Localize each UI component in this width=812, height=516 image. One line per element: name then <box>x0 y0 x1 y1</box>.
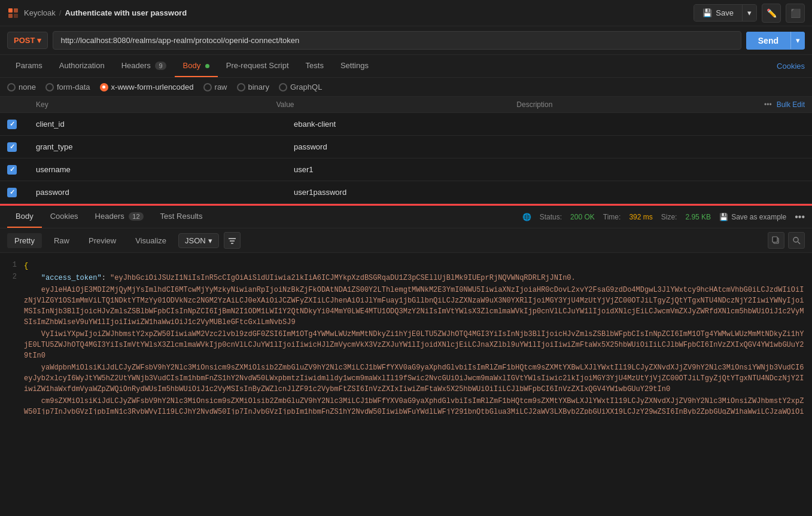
time-value: 392 ms <box>629 213 652 221</box>
value-client-id[interactable] <box>289 117 547 131</box>
tab-prerequest[interactable]: Pre-request Script <box>218 55 297 77</box>
send-dropdown-button[interactable]: ▾ <box>790 32 805 49</box>
radio-raw[interactable] <box>203 83 212 91</box>
response-tab-body[interactable]: Body <box>7 206 42 228</box>
option-formdata[interactable]: form-data <box>45 83 90 91</box>
tab-settings[interactable]: Settings <box>332 55 377 77</box>
json-format-select[interactable]: JSON ▾ <box>178 233 219 248</box>
save-example-label: Save as example <box>731 213 786 221</box>
more-options-icon[interactable]: ••• <box>764 100 772 109</box>
edit-icon-button[interactable]: ✏️ <box>762 4 781 23</box>
key-client-id[interactable] <box>31 117 289 131</box>
col-desc-header: Description <box>516 100 757 109</box>
col-actions-header: ••• Bulk Edit <box>757 100 805 109</box>
code-line: cm9sZXMiOlsiKiJdLCJyZWFsbV9hY2Nlc3MiOnsi… <box>0 395 812 414</box>
radio-graphql[interactable] <box>279 83 287 91</box>
response-headers-badge: 12 <box>129 212 143 221</box>
desc-client-id[interactable] <box>547 117 805 131</box>
svg-rect-1 <box>14 8 18 13</box>
body-dot <box>205 64 209 68</box>
radio-none[interactable] <box>7 83 16 91</box>
save-button[interactable]: 💾 Save <box>694 5 742 21</box>
code-viewer[interactable]: 1 { 2 "access_token": "eyJhbGciOiJSUzI1N… <box>0 253 812 414</box>
url-input[interactable] <box>53 31 741 50</box>
format-tab-pretty[interactable]: Pretty <box>7 233 42 248</box>
save-btn-group[interactable]: 💾 Save ▾ <box>694 4 757 22</box>
save-dropdown-button[interactable]: ▾ <box>742 5 756 21</box>
option-graphql[interactable]: GraphQL <box>279 83 322 91</box>
option-none[interactable]: none <box>7 83 36 91</box>
copy-icon-button[interactable] <box>768 232 784 249</box>
method-chevron: ▾ <box>37 36 41 45</box>
option-raw-label: raw <box>215 83 227 91</box>
breadcrumb-brand: Keycloak <box>24 8 56 17</box>
send-button[interactable]: Send <box>746 32 790 50</box>
option-binary[interactable]: binary <box>237 83 269 91</box>
response-tab-headers[interactable]: Headers 12 <box>87 206 152 228</box>
table-row <box>0 158 812 181</box>
value-grant-type[interactable] <box>289 140 547 154</box>
code-icon-button[interactable]: ⬛ <box>786 4 805 23</box>
key-password[interactable] <box>31 185 289 199</box>
desc-username[interactable] <box>547 163 805 176</box>
option-urlencoded[interactable]: x-www-form-urlencoded <box>100 83 194 91</box>
response-tab-cookies[interactable]: Cookies <box>42 206 87 228</box>
desc-grant-type[interactable] <box>547 140 805 154</box>
checkbox-grant-type[interactable] <box>7 142 17 152</box>
url-bar: POST ▾ Send ▾ <box>0 26 812 55</box>
tab-params[interactable]: Params <box>7 55 51 77</box>
radio-urlencoded[interactable] <box>100 83 108 91</box>
code-line: 2 "access_token": "eyJhbGciOiJSUzI1NiIsI… <box>0 272 812 284</box>
col-value-header: Value <box>276 100 517 109</box>
format-tab-raw[interactable]: Raw <box>47 233 77 248</box>
row4-check[interactable] <box>7 188 31 197</box>
breadcrumb-current: Authenticate with user password <box>65 8 187 17</box>
value-password[interactable] <box>289 185 547 199</box>
send-btn-group[interactable]: Send ▾ <box>746 32 805 50</box>
code-line: eyJleHAiOjE3MDI2MjQyMjYsImlhdCI6MTcwMjYy… <box>0 284 812 328</box>
key-username[interactable] <box>31 163 289 176</box>
row1-check[interactable] <box>7 120 31 129</box>
code-line: yaWdpbnMiOlsiKiJdLCJyZWFsbV9hY2Nlc3MiOns… <box>0 362 812 395</box>
size-label: Size: <box>661 213 677 221</box>
method-select[interactable]: POST ▾ <box>7 32 48 49</box>
format-tab-preview[interactable]: Preview <box>81 233 123 248</box>
format-tab-visualize[interactable]: Visualize <box>128 233 174 248</box>
bulk-edit-label[interactable]: Bulk Edit <box>777 100 805 109</box>
table-row <box>0 181 812 204</box>
tab-headers[interactable]: Headers 9 <box>113 55 175 77</box>
radio-formdata[interactable] <box>45 83 54 91</box>
line-number: 2 <box>0 273 24 281</box>
checkbox-client-id[interactable] <box>7 120 17 129</box>
response-tab-testresults[interactable]: Test Results <box>152 206 211 228</box>
tab-authorization[interactable]: Authorization <box>51 55 113 77</box>
top-bar-left: Keycloak / Authenticate with user passwo… <box>7 7 187 19</box>
option-formdata-label: form-data <box>57 83 90 91</box>
save-example-button[interactable]: 💾 Save as example <box>719 213 786 221</box>
search-icon-button[interactable] <box>788 232 805 249</box>
filter-icon-button[interactable] <box>224 232 241 249</box>
form-table <box>0 113 812 204</box>
response-more-button[interactable]: ••• <box>795 212 805 222</box>
desc-password[interactable] <box>547 185 805 199</box>
tab-tests[interactable]: Tests <box>297 55 332 77</box>
cookies-link[interactable]: Cookies <box>777 62 805 71</box>
row2-check[interactable] <box>7 142 31 152</box>
radio-binary[interactable] <box>237 83 245 91</box>
request-tabs-bar: Params Authorization Headers 9 Body Pre-… <box>0 55 812 78</box>
value-username[interactable] <box>289 163 547 176</box>
form-table-header: Key Value Description ••• Bulk Edit <box>0 97 812 113</box>
row3-check[interactable] <box>7 165 31 175</box>
response-format-bar: Pretty Raw Preview Visualize JSON ▾ <box>0 228 812 253</box>
checkbox-username[interactable] <box>7 165 17 175</box>
key-grant-type[interactable] <box>31 140 289 154</box>
line-content: cm9sZXMiOlsiKiJdLCJyZWFsbV9hY2Nlc3MiOnsi… <box>24 396 812 414</box>
tab-body[interactable]: Body <box>175 55 218 77</box>
line-content: eyJleHAiOjE3MDI2MjQyMjYsImlhdCI6MTcwMjYy… <box>24 285 812 328</box>
checkbox-password[interactable] <box>7 188 17 197</box>
svg-line-10 <box>798 242 801 245</box>
format-right-icons <box>768 232 805 249</box>
option-raw[interactable]: raw <box>203 83 227 91</box>
svg-rect-0 <box>8 8 13 13</box>
response-tabs-bar: Body Cookies Headers 12 Test Results 🌐 S… <box>0 204 812 228</box>
